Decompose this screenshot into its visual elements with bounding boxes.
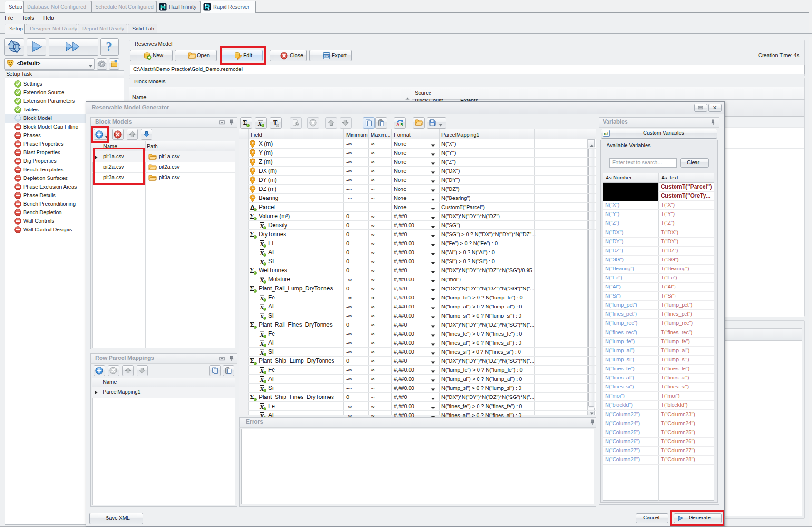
- svg-text:A: A: [396, 122, 400, 127]
- svg-text:c#: c#: [604, 131, 608, 136]
- svg-text:csv: csv: [324, 54, 329, 57]
- svg-text:?: ?: [106, 40, 112, 54]
- svg-text:B: B: [401, 122, 404, 127]
